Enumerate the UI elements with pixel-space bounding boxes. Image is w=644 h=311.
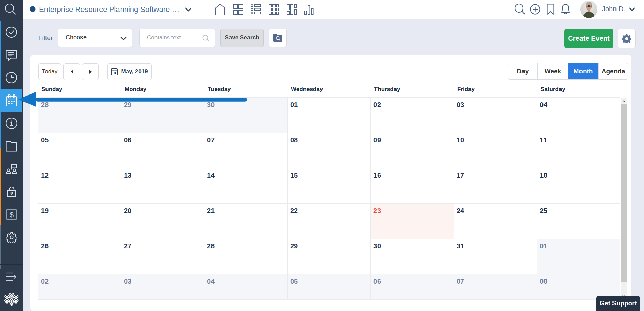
svg-text:$: $ xyxy=(10,210,14,218)
